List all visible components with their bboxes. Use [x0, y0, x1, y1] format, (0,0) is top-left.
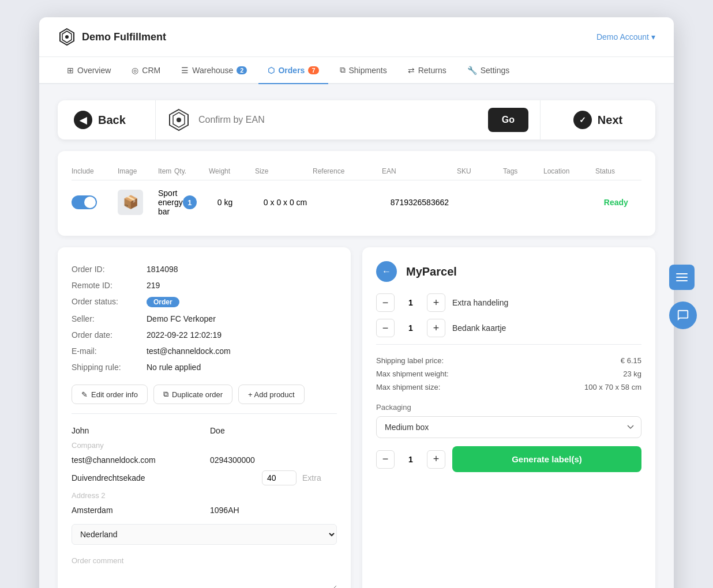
comment-textarea[interactable]: [72, 567, 337, 588]
demo-account-btn[interactable]: Demo Account ▾: [596, 32, 655, 42]
street-row: Duivendrechtsekade Extra: [72, 468, 337, 488]
nav-item-overview[interactable]: ⊞ Overview: [58, 58, 120, 84]
shipping-rule-row: Shipping rule: No rule applied: [72, 359, 337, 375]
option1-row: − 1 + Extra handeling: [376, 293, 641, 312]
comment-row: Order comment: [72, 553, 337, 588]
option1-plus-btn[interactable]: +: [427, 293, 445, 312]
generate-label-button[interactable]: Generate label(s): [452, 446, 641, 472]
order-date-row: Order date: 2022-09-22 12:02:19: [72, 327, 337, 343]
col-size: Size: [255, 167, 313, 175]
nav-item-orders[interactable]: ⬡ Orders 7: [258, 58, 328, 84]
chat-button[interactable]: [669, 301, 697, 329]
col-weight: Weight: [209, 167, 255, 175]
edit-icon: ✎: [81, 390, 88, 399]
phone-field: 0294300000: [210, 455, 337, 465]
main-content: ◀ Back Go ✓ Next Include Image: [39, 84, 674, 588]
address-section: John Doe Company test@channeldock.com: [72, 413, 337, 588]
svg-point-2: [65, 35, 69, 39]
col-image: Image: [118, 167, 158, 175]
row-item-name: Sport energy bar: [158, 189, 183, 216]
checkmark-icon: ✓: [573, 111, 592, 129]
include-toggle[interactable]: [72, 195, 97, 209]
address2-row: Address 2: [72, 488, 337, 503]
edit-order-button[interactable]: ✎ Edit order info: [72, 385, 148, 404]
gen-qty-plus-btn[interactable]: +: [427, 450, 445, 469]
product-image: 📦: [118, 190, 143, 215]
row-size: 0 x 0 x 0 cm: [264, 198, 321, 207]
remote-id-row: Remote ID: 219: [72, 277, 337, 293]
nav-item-shipments[interactable]: ⧉ Shipments: [331, 57, 396, 84]
sidebar-menu-button[interactable]: [669, 265, 695, 290]
ean-input[interactable]: [198, 115, 480, 125]
max-weight-row: Max shipment weight: 23 kg: [376, 367, 641, 380]
city-field: Amsterdam: [72, 506, 198, 515]
warehouse-icon: ☰: [181, 66, 189, 75]
country-select[interactable]: Nederland: [72, 524, 337, 545]
option2-label: Bedank kaartje: [452, 323, 506, 333]
next-button[interactable]: ✓ Next: [540, 100, 655, 140]
order-status-badge: Order: [147, 297, 179, 307]
logo-area: Demo Fulfillment: [58, 28, 166, 46]
row-toggle[interactable]: [72, 195, 118, 209]
orders-icon: ⬡: [268, 66, 275, 75]
back-arrow-icon: ◀: [74, 111, 92, 129]
nav-item-settings[interactable]: 🔧 Settings: [458, 58, 519, 84]
returns-icon: ⇄: [408, 66, 415, 75]
action-buttons: ✎ Edit order info ⧉ Duplicate order + Ad…: [72, 385, 337, 404]
header: Demo Fulfillment Demo Account ▾: [39, 17, 674, 57]
duplicate-order-button[interactable]: ⧉ Duplicate order: [153, 385, 232, 404]
seller-row: Seller: Demo FC Verkoper: [72, 311, 337, 327]
qty-badge: 1: [183, 195, 197, 209]
option1-value: 1: [401, 298, 420, 307]
option2-minus-btn[interactable]: −: [376, 319, 395, 337]
carrier-title: MyParcel: [406, 265, 457, 278]
bottom-section: Order ID: 1814098 Remote ID: 219 Order s…: [58, 247, 655, 588]
company-row: Company: [72, 438, 337, 453]
action-bar: ◀ Back Go ✓ Next: [58, 100, 655, 140]
col-ean: EAN: [382, 167, 457, 175]
first-name-field: John: [72, 426, 198, 435]
col-sku: SKU: [457, 167, 503, 175]
table-header: Include Image Item Qty. Weight Size Refe…: [72, 163, 641, 180]
nav-item-crm[interactable]: ◎ CRM: [122, 58, 170, 84]
order-info-panel: Order ID: 1814098 Remote ID: 219 Order s…: [58, 247, 351, 588]
menu-lines-icon: [676, 273, 688, 281]
option2-row: − 1 + Bedank kaartje: [376, 319, 641, 337]
items-table: Include Image Item Qty. Weight Size Refe…: [58, 151, 655, 236]
name-row: John Doe: [72, 423, 337, 438]
back-button[interactable]: ◀ Back: [58, 100, 156, 140]
table-row: 📦 Sport energy bar 1 0 kg 0 x 0 x 0 cm 8…: [72, 180, 641, 224]
warehouse-badge: 2: [237, 66, 247, 74]
add-product-button[interactable]: + Add product: [238, 385, 305, 404]
col-item: Item: [158, 167, 174, 175]
row-image: 📦: [118, 190, 158, 215]
ean-area: Go: [156, 108, 540, 132]
packaging-section: Packaging Medium box: [376, 403, 641, 438]
packaging-select[interactable]: Medium box: [376, 416, 641, 438]
option2-plus-btn[interactable]: +: [427, 319, 445, 337]
label-price-row: Shipping label price: € 6.15: [376, 354, 641, 367]
country-row[interactable]: Nederland: [72, 521, 337, 548]
option1-label: Extra handeling: [452, 298, 508, 307]
generate-row: − 1 + Generate label(s): [376, 446, 641, 472]
ean-logo-icon: [167, 108, 190, 131]
duplicate-icon: ⧉: [163, 390, 168, 399]
shipping-panel: ← MyParcel − 1 + Extra handeling − 1 + B…: [362, 247, 655, 588]
carrier-back-button[interactable]: ←: [376, 261, 397, 282]
street-number-input[interactable]: [262, 470, 297, 485]
col-location: Location: [543, 167, 595, 175]
main-nav: ⊞ Overview ◎ CRM ☰ Warehouse 2 ⬡ Orders …: [39, 57, 674, 84]
go-button[interactable]: Go: [488, 108, 528, 132]
gen-qty-value: 1: [401, 455, 420, 464]
row-weight: 0 kg: [217, 198, 264, 207]
gen-qty-minus-btn[interactable]: −: [376, 450, 395, 469]
nav-item-returns[interactable]: ⇄ Returns: [399, 58, 456, 84]
grid-icon: ⊞: [67, 66, 74, 75]
nav-item-warehouse[interactable]: ☰ Warehouse 2: [172, 58, 256, 84]
option1-minus-btn[interactable]: −: [376, 293, 395, 312]
crm-icon: ◎: [132, 66, 138, 75]
email-row: E-mail: test@channeldock.com: [72, 343, 337, 359]
last-name-field: Doe: [210, 426, 337, 435]
email-phone-row: test@channeldock.com 0294300000: [72, 453, 337, 468]
order-status-row: Order status: Order: [72, 293, 337, 311]
